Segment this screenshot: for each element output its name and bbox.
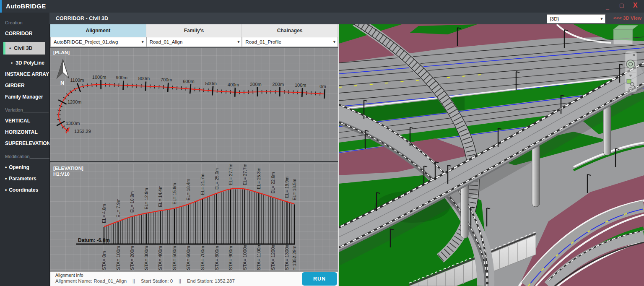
datum-label: Datum: -6.0m: [78, 237, 110, 243]
sidebar-modification-label: Modification__________: [5, 154, 46, 159]
bridge-pier: [461, 183, 468, 238]
chevron-down-icon[interactable]: ▼: [598, 17, 605, 21]
run-button[interactable]: RUN: [302, 272, 337, 286]
station-value-label: STA= 1300m: [284, 243, 289, 270]
sidebar-item-label: Opening: [9, 164, 29, 170]
bullet-icon: •: [9, 45, 11, 51]
elevation-value-label: EL= 21.7m: [200, 174, 205, 195]
minimize-button[interactable]: _: [602, 3, 613, 13]
sidebar-item-label: Civil 3D: [14, 45, 32, 51]
bullet-icon: •: [5, 164, 7, 170]
elevation-value-label: EL= 10.9m: [130, 191, 135, 213]
maximize-button[interactable]: ▢: [616, 2, 627, 12]
sidebar-item-label: SUPERELEVATION: [5, 140, 50, 146]
plan-station-label: 600m: [183, 79, 195, 84]
profile-select[interactable]: Road_01_Profile▼: [242, 37, 338, 47]
tab-alignment[interactable]: Alignment: [50, 24, 146, 37]
station-value-label: STA= 200m: [130, 246, 135, 270]
panel-title: CORRIDOR - Civil 3D: [56, 16, 108, 21]
header-row: CORRIDOR - Civil 3D {3D} ▼ <<< 3D View: [0, 13, 644, 24]
sidebar-item-label: Parameters: [9, 176, 36, 182]
station-value-label: STA= 900m: [228, 246, 233, 270]
navigation-bar[interactable]: [625, 51, 637, 92]
close-button[interactable]: X: [630, 2, 641, 12]
bridge-pier: [532, 144, 540, 207]
station-value-label: STA= 0m: [101, 251, 106, 270]
elevation-value-label: EL= 25.3m: [256, 168, 261, 189]
corridor-panel: AlignmentFamily'sChainages AutoBRIDGE_Pr…: [49, 24, 338, 286]
sidebar-item-opening[interactable]: •Opening: [5, 164, 45, 170]
sidebar-item-instance-array[interactable]: INSTANCE ARRAY: [5, 71, 45, 77]
station-value-label: STA= 500m: [172, 246, 177, 270]
station-value-label: STA= 1100m: [256, 244, 261, 270]
alignment-select[interactable]: Road_01_Align▼: [146, 37, 242, 47]
bullet-icon: •: [5, 187, 7, 193]
bridge-pier: [603, 105, 611, 155]
chevron-down-icon[interactable]: ▼: [331, 40, 338, 44]
elevation-value-label: EL= 12.9m: [144, 188, 149, 209]
sidebar-item-family-manager[interactable]: Family Manager: [5, 94, 45, 100]
plan-canvas[interactable]: 0m100m200m300m400m500m600m700m800m900m10…: [50, 48, 339, 161]
alignment-info-bar: Alignment info Alignment Name: Road_01_A…: [50, 271, 338, 286]
sidebar-item-girder[interactable]: GIRDER: [5, 83, 45, 88]
sidebar-item-civil-3d[interactable]: •Civil 3D: [3, 42, 45, 55]
plan-station-label: 1100m: [70, 78, 84, 83]
elevation-value-label: EL= 4.6m: [101, 204, 106, 223]
view-mode-dropdown[interactable]: {3D} ▼: [547, 14, 605, 23]
sidebar-item-3d-polyline[interactable]: •3D PolyLine: [5, 60, 45, 66]
plan-label: [PLAN]: [53, 49, 70, 55]
sidebar-item-horizontal[interactable]: HORIZONTAL: [5, 129, 45, 135]
sidebar-item-label: VERTICAL: [5, 118, 30, 124]
elevation-value-label: EL= 22.6m: [270, 172, 275, 193]
sidebar-item-coordinates[interactable]: •Coordinates: [5, 187, 45, 193]
3d-scene[interactable]: [339, 24, 644, 286]
title-bar: AutoBRIDGE _ ▢ X: [0, 0, 644, 13]
steering-wheel-icon[interactable]: [626, 60, 635, 68]
station-value-label: STA= 800m: [214, 246, 219, 270]
plan-station-label: 1000m: [92, 75, 106, 80]
sidebar-item-label: Coordinates: [9, 187, 38, 193]
station-value-label: STA= 1000m: [242, 243, 247, 270]
sidebar-item-label: HORIZONTAL: [5, 129, 38, 135]
drawing-select[interactable]: AutoBRIDGE_Project_01.dwg▼: [50, 37, 146, 47]
elevation-canvas[interactable]: Datum: -6.0mEL= 4.6mSTA= 0mEL= 7.9mSTA= …: [50, 164, 339, 271]
station-value-label: STA= 600m: [186, 246, 191, 270]
plan-station-label: 300m: [250, 82, 262, 87]
elevation-value-label: EL= 19.9m: [284, 177, 289, 198]
tab-familys[interactable]: Family's: [146, 24, 242, 37]
elevation-viewport[interactable]: [ELEVATION] H1:V10 Datum: -6.0mEL= 4.6mS…: [50, 164, 338, 271]
station-value-label: STA= 100m: [116, 246, 121, 270]
elevation-scale: H1:V10: [53, 171, 83, 177]
sidebar-item-parameters[interactable]: •Parameters: [5, 176, 45, 182]
plan-station-label: 900m: [116, 75, 127, 80]
elevation-value-label: EL= 14.4m: [158, 185, 163, 207]
toggle-3d-view-link[interactable]: <<< 3D View: [613, 16, 641, 21]
app-title: AutoBRIDGE: [6, 3, 46, 10]
svg-text:N: N: [60, 80, 64, 86]
sidebar-item-corridor[interactable]: CORRIDOR: [5, 31, 45, 36]
autobridge-window: { "window": { "title": "AutoBRIDGE", "mi…: [0, 0, 644, 286]
sidebar-item-label: CORRIDOR: [5, 31, 32, 36]
plan-viewport[interactable]: [PLAN] 0m100m200m300m400m500m600m700m800…: [50, 48, 338, 162]
bullet-icon: •: [11, 60, 13, 66]
chevron-down-icon[interactable]: ▼: [140, 40, 146, 44]
profile-select-value: Road_01_Profile: [242, 39, 331, 44]
3d-viewport[interactable]: [338, 24, 644, 286]
accent-bar: [0, 0, 2, 13]
plan-station-label: 500m: [205, 81, 217, 86]
tab-chainages[interactable]: Chainages: [242, 24, 338, 37]
sidebar-item-vertical[interactable]: VERTICAL: [5, 118, 45, 124]
elevation-label: [ELEVATION] H1:V10: [53, 165, 83, 177]
plan-station-label: 1352.29: [74, 129, 91, 134]
plan-station-label: 800m: [138, 76, 150, 81]
plan-station-label: 700m: [161, 77, 172, 82]
plan-station-label: 200m: [273, 82, 284, 87]
sidebar-item-superelevation[interactable]: SUPERELEVATION: [5, 140, 45, 146]
plan-station-label: 1200m: [68, 99, 82, 104]
sidebar-item-label: Family Manager: [5, 94, 43, 100]
station-value-label: = 1352.29m: [292, 246, 297, 270]
chevron-down-icon[interactable]: ▼: [235, 40, 242, 44]
drawing-select-value: AutoBRIDGE_Project_01.dwg: [51, 39, 140, 44]
sidebar-item-label: INSTANCE ARRAY: [5, 71, 49, 77]
selected-accent: [3, 42, 5, 55]
